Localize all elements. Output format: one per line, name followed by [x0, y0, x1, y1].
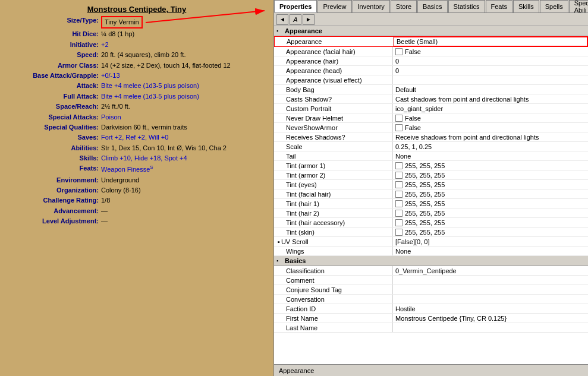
prop-name-head: Appearance (head)	[274, 66, 393, 75]
skills-label: Skills:	[6, 154, 101, 163]
prop-row-scale[interactable]: Scale 0.25, 1, 0.25	[274, 142, 588, 151]
tab-properties[interactable]: Properties	[274, 0, 317, 12]
prop-row-casts-shadow[interactable]: Casts Shadow? Cast shadows from point an…	[274, 94, 588, 104]
prop-row-conversation[interactable]: Conversation	[274, 295, 588, 304]
attack-value: Bite +4 melee (1d3-5 plus poison)	[101, 81, 199, 90]
prop-row-faction-id[interactable]: Faction ID Hostile	[274, 304, 588, 314]
level-adjustment-value: —	[101, 217, 108, 226]
prop-name-comment: Comment	[274, 276, 393, 285]
prop-value-never-draw-helmet: False	[393, 113, 588, 122]
prop-name-tint-armor2: Tint (armor 2)	[274, 170, 393, 179]
prop-row-never-show-armor[interactable]: NeverShowArmor False	[274, 123, 588, 132]
prop-name-tint-facial-hair: Tint (facial hair)	[274, 189, 393, 198]
prop-row-tint-hair-accessory[interactable]: Tint (hair accessory) 255, 255, 255	[274, 218, 588, 228]
prop-row-wings[interactable]: Wings None	[274, 247, 588, 256]
hit-dice-label: Hit Dice:	[6, 30, 101, 39]
prop-name-receives-shadows: Receives Shadows?	[274, 132, 393, 141]
prop-row-receives-shadows[interactable]: Receives Shadows? Receive shadows from p…	[274, 132, 588, 142]
special-qualities-row: Special Qualities: Darkvision 60 ft., ve…	[6, 123, 268, 132]
tab-skills[interactable]: Skills	[513, 0, 539, 12]
prop-row-never-draw-helmet[interactable]: Never Draw Helmet False	[274, 113, 588, 123]
prop-row-tint-skin[interactable]: Tint (skin) 255, 255, 255	[274, 228, 588, 237]
prop-row-hair[interactable]: Appearance (hair) 0	[274, 56, 588, 66]
abilities-row: Abilities: Str 1, Dex 15, Con 10, Int Ø,…	[6, 144, 268, 153]
color-swatch-armor2	[395, 172, 403, 179]
prop-name-conjure-sound: Conjure Sound Tag	[274, 285, 393, 294]
prop-row-uv-scroll[interactable]: ▪UV Scroll [False][0, 0]	[274, 237, 588, 247]
prop-value-last-name	[393, 323, 588, 332]
prop-row-tint-armor1[interactable]: Tint (armor 1) 255, 255, 255	[274, 161, 588, 170]
prop-row-head[interactable]: Appearance (head) 0	[274, 66, 588, 75]
prop-row-custom-portrait[interactable]: Custom Portrait ico_giant_spider	[274, 104, 588, 113]
prop-value-tint-armor2: 255, 255, 255	[393, 170, 588, 179]
abilities-value: Str 1, Dex 15, Con 10, Int Ø, Wis 10, Ch…	[101, 144, 227, 153]
prop-name-conversation: Conversation	[274, 295, 393, 304]
prop-value-comment	[393, 276, 588, 285]
prop-row-tint-hair2[interactable]: Tint (hair 2) 255, 255, 255	[274, 208, 588, 218]
basics-section-header[interactable]: ▪ Basics	[274, 256, 588, 266]
prop-value-tint-armor1: 255, 255, 255	[393, 161, 588, 170]
space-reach-label: Space/Reach:	[6, 102, 101, 111]
prop-value-head: 0	[393, 66, 588, 75]
saves-row: Saves: Fort +2, Ref +2, Will +0	[6, 133, 268, 142]
basics-section-label: Basics	[285, 257, 306, 264]
full-attack-value: Bite +4 melee (1d3-5 plus poison)	[101, 92, 199, 101]
tab-preview[interactable]: Preview	[317, 0, 351, 12]
tab-store[interactable]: Store	[391, 0, 417, 12]
prop-value-body-bag: Default	[393, 85, 588, 94]
tab-special-abili[interactable]: Special Abili	[569, 0, 588, 12]
prop-row-conjure-sound[interactable]: Conjure Sound Tag	[274, 285, 588, 295]
prop-row-appearance[interactable]: Appearance Beetle (Small)	[274, 36, 588, 47]
prop-row-tint-hair1[interactable]: Tint (hair 1) 255, 255, 255	[274, 199, 588, 208]
prop-row-visual-effect[interactable]: Appearance (visual effect)	[274, 75, 588, 85]
prop-row-tail[interactable]: Tail None	[274, 151, 588, 161]
prop-name-appearance: Appearance	[275, 37, 394, 46]
basics-toggle-icon: ▪	[276, 258, 282, 264]
skills-row: Skills: Climb +10, Hide +18, Spot +4	[6, 154, 268, 163]
prop-name-hair: Appearance (hair)	[274, 56, 393, 65]
toolbar-text-btn[interactable]: A	[290, 14, 301, 25]
appearance-section-header[interactable]: ▪ Appearance	[274, 26, 588, 36]
skills-value: Climb +10, Hide +18, Spot +4	[101, 154, 187, 163]
prop-row-last-name[interactable]: Last Name	[274, 323, 588, 333]
special-attacks-label: Special Attacks:	[6, 113, 101, 122]
prop-row-comment[interactable]: Comment	[274, 276, 588, 285]
prop-row-tint-armor2[interactable]: Tint (armor 2) 255, 255, 255	[274, 170, 588, 180]
tab-statistics[interactable]: Statistics	[448, 0, 485, 12]
prop-value-visual-effect	[393, 75, 588, 84]
prop-row-tint-eyes[interactable]: Tint (eyes) 255, 255, 255	[274, 180, 588, 189]
prop-row-body-bag[interactable]: Body Bag Default	[274, 85, 588, 94]
tab-basics[interactable]: Basics	[417, 0, 447, 12]
challenge-rating-label: Challenge Rating:	[6, 196, 101, 205]
abilities-label: Abilities:	[6, 144, 101, 153]
prop-value-faction-id: Hostile	[393, 304, 588, 313]
challenge-rating-row: Challenge Rating: 1/8	[6, 196, 268, 205]
toolbar-back-btn[interactable]: ◄	[276, 14, 288, 25]
prop-value-scale: 0.25, 1, 0.25	[393, 142, 588, 151]
special-attacks-row: Special Attacks: Poison	[6, 113, 268, 122]
properties-area[interactable]: ▪ Appearance Appearance Beetle (Small) A…	[274, 26, 588, 364]
color-swatch-armor1	[395, 162, 403, 169]
color-swatch-hair-accessory	[395, 219, 403, 226]
speed-label: Speed:	[6, 50, 101, 59]
toolbar-forward-btn[interactable]: ►	[303, 14, 315, 25]
size-type-value: Tiny Vermin	[105, 18, 139, 26]
prop-name-body-bag: Body Bag	[274, 85, 393, 94]
prop-value-tint-facial-hair: 255, 255, 255	[393, 189, 588, 198]
organization-row: Organization: Colony (8-16)	[6, 186, 268, 195]
prop-row-facial-hair[interactable]: Appearance (facial hair) False	[274, 47, 588, 56]
prop-row-tint-facial-hair[interactable]: Tint (facial hair) 255, 255, 255	[274, 189, 588, 199]
prop-row-classification[interactable]: Classification 0_Vermin_Centipede	[274, 266, 588, 276]
environment-label: Environment:	[6, 176, 101, 185]
base-attack-label: Base Attack/Grapple:	[6, 71, 101, 80]
tab-spells[interactable]: Spells	[540, 0, 568, 12]
status-bar-label: Appearance	[279, 367, 314, 374]
prop-row-first-name[interactable]: First Name Monstrous Centipede {Tiny, CR…	[274, 314, 588, 323]
prop-name-tint-skin: Tint (skin)	[274, 228, 393, 236]
tab-feats[interactable]: Feats	[486, 0, 513, 12]
tab-inventory[interactable]: Inventory	[353, 0, 390, 12]
color-swatch-hair2	[395, 210, 403, 217]
prop-value-facial-hair: False	[393, 47, 588, 56]
saves-label: Saves:	[6, 133, 101, 142]
initiative-value: +2	[101, 40, 109, 49]
